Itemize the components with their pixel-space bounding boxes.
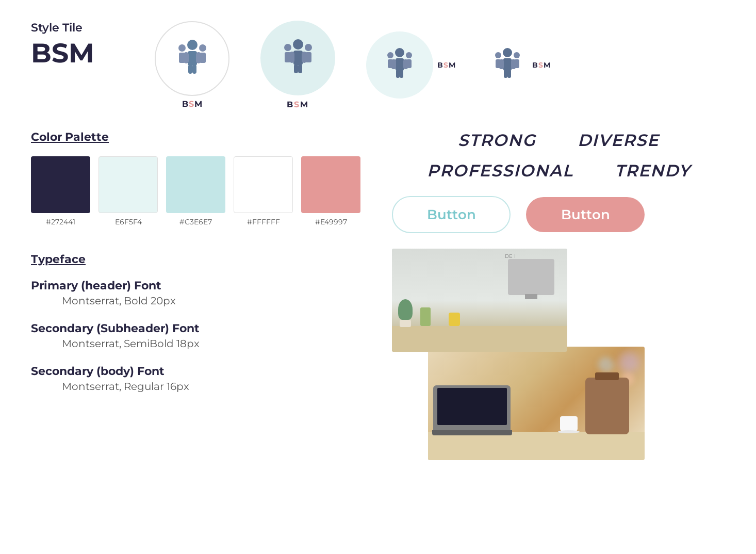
- logo-variant-4: BSM: [487, 43, 551, 87]
- swatch-item-4: #FFFFFF: [234, 156, 293, 226]
- svg-point-36: [495, 52, 501, 58]
- svg-rect-14: [294, 64, 298, 73]
- svg-rect-5: [192, 64, 196, 74]
- office-image-2: [428, 347, 645, 460]
- person-icon-3: [379, 43, 420, 87]
- right-column: STRONG DIVERSE PROFESSIONAL TRENDY Butto…: [371, 130, 725, 460]
- svg-point-18: [305, 44, 312, 51]
- svg-point-6: [178, 44, 186, 52]
- svg-point-28: [406, 52, 412, 58]
- svg-rect-34: [504, 70, 507, 78]
- buttons-row: Button Button: [392, 196, 725, 233]
- swatch-label-1: #272441: [46, 217, 75, 226]
- swatch-box-3: [166, 156, 225, 213]
- logo-circle-white: [155, 21, 229, 96]
- svg-point-20: [395, 48, 404, 57]
- swatch-box-1: [31, 156, 90, 213]
- color-palette-section: Color Palette #272441 E6F5F4 #C3E6E7 #FF…: [31, 130, 371, 226]
- swatch-label-2: E6F5F4: [115, 217, 142, 226]
- svg-point-0: [187, 40, 198, 50]
- keywords-section: STRONG DIVERSE PROFESSIONAL TRENDY: [392, 130, 725, 181]
- swatch-box-4: [234, 156, 293, 213]
- color-palette-title: Color Palette: [31, 130, 371, 144]
- svg-point-8: [199, 44, 206, 52]
- svg-point-26: [387, 52, 393, 58]
- keyword-row-1: STRONG DIVERSE: [392, 130, 725, 150]
- swatch-item-3: #C3E6E7: [166, 156, 225, 226]
- font-subheader-heading: Secondary (Subheader) Font: [31, 321, 371, 335]
- svg-rect-7: [179, 53, 185, 63]
- images-wrapper: DE I: [392, 249, 650, 460]
- logo-variant-1: BSM: [155, 21, 229, 109]
- svg-rect-17: [285, 52, 291, 62]
- keyword-diverse: DIVERSE: [578, 130, 659, 150]
- font-item-subheader: Secondary (Subheader) Font Montserrat, S…: [31, 321, 371, 350]
- logo-inline-3: BSM: [366, 31, 456, 99]
- logo-circle-light: [260, 21, 335, 95]
- keyword-row-2: PROFESSIONAL TRENDY: [392, 160, 725, 181]
- typeface-section: Typeface Primary (header) Font Montserra…: [31, 252, 371, 393]
- logos-row: BSM: [155, 21, 725, 109]
- color-swatches: #272441 E6F5F4 #C3E6E7 #FFFFFF #E49997: [31, 156, 371, 226]
- font-body-heading: Secondary (body) Font: [31, 364, 371, 378]
- person-icon-4: [487, 43, 528, 87]
- svg-rect-25: [400, 70, 403, 78]
- font-primary-detail: Montserrat, Bold 20px: [31, 295, 371, 307]
- person-icon-2: [275, 34, 321, 83]
- main-content-row: Color Palette #272441 E6F5F4 #C3E6E7 #FF…: [31, 130, 725, 460]
- font-primary-heading: Primary (header) Font: [31, 279, 371, 292]
- svg-rect-37: [496, 59, 501, 68]
- svg-rect-15: [298, 64, 302, 73]
- svg-rect-29: [406, 59, 412, 68]
- svg-rect-21: [396, 58, 404, 71]
- bsm-inline-label-3: BSM: [437, 60, 456, 70]
- bsm-caption-2: BSM: [287, 100, 309, 109]
- brand-name: BSM: [31, 37, 124, 69]
- left-column: Color Palette #272441 E6F5F4 #C3E6E7 #FF…: [31, 130, 371, 460]
- style-tile-label: Style Tile: [31, 21, 124, 35]
- logo-circle-lighter: [366, 31, 433, 99]
- font-body-detail: Montserrat, Regular 16px: [31, 380, 371, 393]
- svg-point-16: [284, 44, 291, 51]
- logo-inline-4: BSM: [487, 43, 551, 87]
- bsm-inline-label-4: BSM: [532, 60, 551, 70]
- svg-rect-9: [200, 53, 206, 63]
- bsm-label-1: BSM: [182, 99, 203, 109]
- button-filled[interactable]: Button: [526, 197, 645, 232]
- svg-point-30: [503, 48, 512, 57]
- swatch-label-3: #C3E6E7: [179, 217, 212, 226]
- logo-variant-3: BSM: [366, 31, 456, 99]
- button-outline[interactable]: Button: [392, 196, 511, 233]
- font-item-primary: Primary (header) Font Montserrat, Bold 2…: [31, 279, 371, 307]
- keyword-trendy: TRENDY: [615, 160, 691, 181]
- keyword-strong: STRONG: [458, 130, 536, 150]
- font-subheader-detail: Montserrat, SemiBold 18px: [31, 337, 371, 350]
- svg-rect-31: [503, 58, 512, 71]
- header-section: Style Tile BSM: [31, 21, 725, 109]
- svg-rect-11: [293, 51, 303, 65]
- swatch-box-2: [98, 156, 158, 213]
- logo-variant-2: BSM: [260, 21, 335, 109]
- svg-point-10: [293, 39, 303, 50]
- svg-rect-27: [388, 59, 393, 68]
- swatch-label-4: #FFFFFF: [247, 217, 280, 226]
- swatch-label-5: #E49997: [315, 217, 347, 226]
- office-image-1: DE I: [392, 249, 567, 352]
- person-icon-1: [169, 35, 216, 83]
- swatch-item-1: #272441: [31, 156, 90, 226]
- svg-point-38: [514, 52, 520, 58]
- svg-rect-39: [514, 59, 519, 68]
- svg-rect-4: [188, 64, 192, 74]
- brand-title: Style Tile BSM: [31, 21, 124, 69]
- svg-rect-19: [305, 52, 311, 62]
- swatch-box-5: [301, 156, 360, 213]
- swatch-item-2: E6F5F4: [98, 156, 158, 226]
- keyword-professional: PROFESSIONAL: [427, 160, 573, 181]
- font-item-body: Secondary (body) Font Montserrat, Regula…: [31, 364, 371, 393]
- svg-rect-1: [188, 51, 197, 66]
- swatch-item-5: #E49997: [301, 156, 360, 226]
- svg-rect-35: [507, 70, 511, 78]
- typeface-title: Typeface: [31, 252, 371, 266]
- svg-rect-24: [396, 70, 400, 78]
